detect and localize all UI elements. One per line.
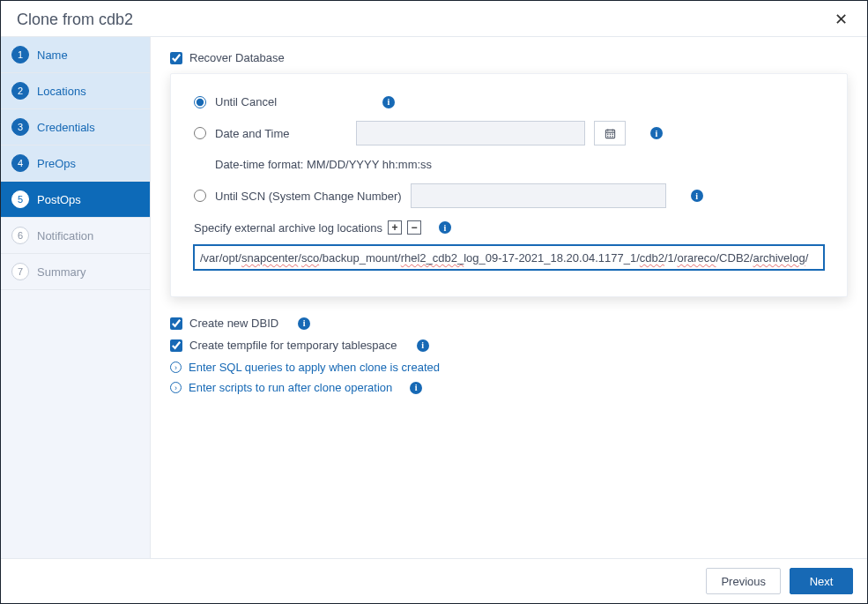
clone-wizard-modal: Clone from cdb2 ✕ 1 Name 2 Locations 3 C… [0,0,868,604]
scn-input[interactable] [411,183,666,208]
recover-database-checkbox[interactable] [170,52,182,64]
until-scn-row[interactable]: Until SCN (System Change Number) [194,183,824,208]
new-dbid-row[interactable]: Create new DBID [170,317,848,330]
svg-rect-5 [609,135,610,136]
modal-body: 1 Name 2 Locations 3 Credentials 4 PreOp… [1,37,867,558]
calendar-icon [605,128,616,139]
info-icon[interactable] [298,317,310,330]
info-icon[interactable] [439,221,451,234]
date-time-radio[interactable] [194,127,206,139]
new-dbid-label: Create new DBID [189,317,278,330]
step-name[interactable]: 1 Name [1,37,150,73]
date-time-input[interactable] [356,121,585,145]
svg-rect-2 [609,133,610,134]
add-location-button[interactable]: + [388,220,402,235]
scripts-link[interactable]: Enter scripts to run after clone operati… [189,381,392,394]
minus-icon: − [411,222,417,233]
calendar-button[interactable] [594,121,626,145]
step-credentials[interactable]: 3 Credentials [1,109,150,145]
date-format-hint: Date-time format: MM/DD/YYYY hh:mm:ss [215,158,824,171]
archive-label: Specify external archive log locations [194,221,382,235]
tempfile-checkbox[interactable] [170,339,182,352]
recover-database-label: Recover Database [189,51,285,64]
step-number: 3 [11,118,29,136]
previous-button[interactable]: Previous [706,568,781,594]
svg-rect-1 [606,133,607,134]
step-number: 2 [11,82,29,100]
remove-location-button[interactable]: − [407,220,421,235]
svg-rect-3 [612,133,612,134]
close-icon: ✕ [835,11,848,28]
step-label: Locations [37,85,86,98]
info-icon[interactable] [417,339,429,352]
info-icon[interactable] [650,127,663,139]
step-locations[interactable]: 2 Locations [1,73,150,109]
info-icon[interactable] [691,190,703,202]
svg-rect-4 [606,135,607,136]
step-number: 4 [11,154,29,172]
step-label: Summary [37,265,86,279]
modal-header: Clone from cdb2 ✕ [1,1,867,37]
step-notification[interactable]: 6 Notification [1,218,150,254]
step-number: 6 [11,227,29,244]
step-postops[interactable]: 5 PostOps [1,182,150,218]
step-label: PostOps [37,193,81,206]
modal-footer: Previous Next [1,558,867,603]
step-label: Credentials [37,121,95,134]
tempfile-row[interactable]: Create tempfile for temporary tablespace [170,339,848,352]
step-content: Recover Database Until Cancel Date and T… [151,37,867,558]
until-cancel-row[interactable]: Until Cancel [194,95,824,108]
chevron-right-icon: › [170,382,182,393]
date-time-row[interactable]: Date and Time [194,121,824,145]
until-cancel-label: Until Cancel [215,95,347,108]
sql-queries-link[interactable]: Enter SQL queries to apply when clone is… [189,361,440,374]
step-label: PreOps [37,157,76,170]
info-icon[interactable] [410,382,422,394]
until-scn-label: Until SCN (System Change Number) [215,190,402,203]
step-label: Notification [37,229,93,242]
until-cancel-radio[interactable] [194,96,206,108]
date-time-label: Date and Time [215,127,347,140]
step-number: 7 [11,263,29,280]
recover-database-row[interactable]: Recover Database [170,51,848,64]
svg-rect-6 [612,135,612,136]
scripts-row[interactable]: › Enter scripts to run after clone opera… [170,381,848,394]
archive-label-row: Specify external archive log locations +… [194,220,824,235]
step-number: 1 [11,46,29,63]
step-summary[interactable]: 7 Summary [1,254,150,290]
close-button[interactable]: ✕ [831,10,851,29]
until-scn-radio[interactable] [194,190,206,202]
wizard-sidebar: 1 Name 2 Locations 3 Credentials 4 PreOp… [1,37,151,558]
recover-card: Until Cancel Date and Time Date-time for… [170,73,848,297]
info-icon[interactable] [382,96,395,108]
chevron-right-icon: › [170,362,182,373]
step-label: Name [37,48,68,62]
modal-title: Clone from cdb2 [17,11,133,29]
next-button[interactable]: Next [790,568,853,594]
step-preops[interactable]: 4 PreOps [1,145,150,182]
tempfile-label: Create tempfile for temporary tablespace [189,339,397,352]
archive-path-input[interactable]: /var/opt/snapcenter/sco/backup_mount/rhe… [194,245,824,270]
plus-icon: + [391,222,397,233]
sql-queries-row[interactable]: › Enter SQL queries to apply when clone … [170,361,848,374]
new-dbid-checkbox[interactable] [170,317,182,330]
step-number: 5 [11,190,29,208]
